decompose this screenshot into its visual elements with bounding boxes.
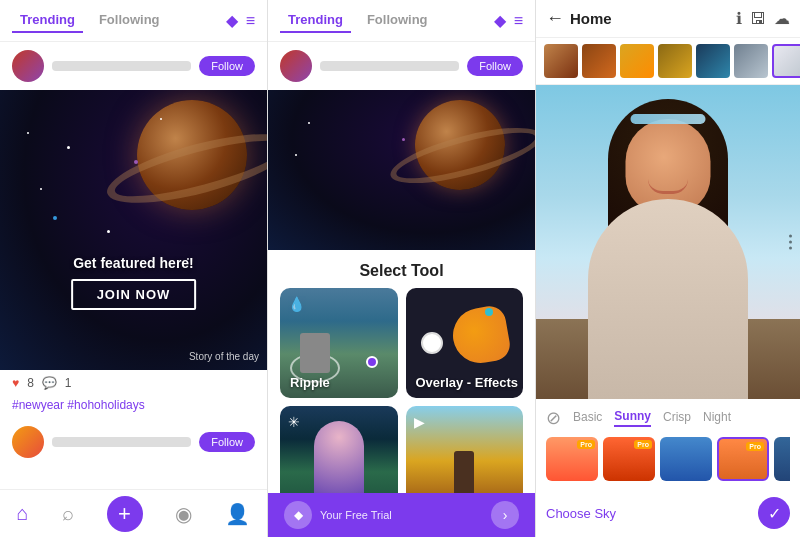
p2-bottom-bar: ◆ Your Free Trial ›: [268, 493, 535, 537]
p2-avatar: [280, 50, 312, 82]
panel2-header-icons: ◆ ≡: [494, 11, 523, 30]
drag-dot: [789, 235, 792, 238]
shoulders: [588, 199, 748, 399]
p3-title: Home: [570, 10, 730, 27]
save-icon[interactable]: 🖫: [750, 10, 766, 28]
reactions-row: ♥ 8 💬 1: [0, 370, 267, 396]
thumb-1[interactable]: [544, 44, 578, 78]
filter-tab-basic[interactable]: Basic: [573, 410, 602, 426]
back-button[interactable]: ←: [546, 8, 564, 29]
bottom-nav: ⌂ ⌕ + ◉ 👤: [0, 489, 267, 537]
hero-image: Get featured here! JOIN NOW Story of the…: [0, 90, 267, 370]
filter-thumb-4-selected[interactable]: Pro: [717, 437, 769, 481]
backdrop-person: [454, 451, 474, 496]
thumb-2[interactable]: [582, 44, 616, 78]
p2-follow-button[interactable]: Follow: [467, 56, 523, 76]
thumb-6[interactable]: [734, 44, 768, 78]
star: [160, 118, 162, 120]
star: [67, 146, 70, 149]
p2-promo-text: Your Free Trial: [320, 509, 483, 521]
diamond-icon-mid[interactable]: ◆: [494, 11, 506, 30]
nav-profile-icon[interactable]: 👤: [225, 502, 250, 526]
filter-thumb-2[interactable]: Pro: [603, 437, 655, 481]
star: [40, 188, 42, 190]
tool-overlay[interactable]: Overlay - Effects: [406, 288, 524, 398]
videofx-cursor-icon: ✳: [288, 414, 300, 430]
diamond-icon[interactable]: ◆: [226, 11, 238, 30]
thumb-7-selected[interactable]: [772, 44, 800, 78]
ripple-dot: [366, 356, 378, 368]
ripple-person: [300, 333, 330, 373]
no-filter-icon[interactable]: ⊘: [546, 407, 561, 429]
tool-overlay-label: Overlay - Effects: [416, 375, 519, 390]
backdrop-play-icon: ▶: [414, 414, 425, 430]
filter-tabs: ⊘ Basic Sunny Crisp Night: [546, 407, 790, 429]
overlay-circle: [421, 332, 443, 354]
p1-user-row: Follow: [0, 42, 267, 90]
tab-trending-mid[interactable]: Trending: [280, 8, 351, 33]
drag-dot: [789, 247, 792, 250]
fish-graphic: [449, 304, 513, 368]
dancer-graphic: [314, 421, 364, 501]
thumb-3[interactable]: [620, 44, 654, 78]
tab-following-left[interactable]: Following: [91, 8, 168, 33]
follow-button2[interactable]: Follow: [199, 432, 255, 452]
nav-search-icon[interactable]: ⌕: [62, 502, 74, 525]
pro-badge: Pro: [746, 442, 764, 451]
avatar: [12, 50, 44, 82]
p2-username: [320, 61, 459, 71]
username-label2: [52, 437, 191, 447]
p3-header: ← Home ℹ 🖫 ☁: [536, 0, 800, 38]
p3-choose-sky-bar: Choose Sky ✓: [536, 489, 800, 537]
heart-icon: ♥: [12, 376, 19, 390]
star: [107, 230, 110, 233]
filter-tab-crisp[interactable]: Crisp: [663, 410, 691, 426]
thumb-4[interactable]: [658, 44, 692, 78]
drag-handle[interactable]: [789, 235, 792, 250]
filter-tab-sunny[interactable]: Sunny: [614, 409, 651, 427]
tab-following-mid[interactable]: Following: [359, 8, 436, 33]
username-label: [52, 61, 191, 71]
ripple-icon: 💧: [288, 296, 305, 312]
woman-figure: [568, 99, 768, 399]
nav-trophy-icon[interactable]: ◉: [175, 502, 192, 526]
tool-ripple[interactable]: 💧 Ripple: [280, 288, 398, 398]
confirm-button[interactable]: ✓: [758, 497, 790, 529]
drag-dot: [789, 241, 792, 244]
panel2-header: Trending Following ◆ ≡: [268, 0, 535, 42]
p2-logo-icon: ◆: [284, 501, 312, 529]
p1-user-row2: Follow: [0, 418, 267, 466]
p2-arrow-button[interactable]: ›: [491, 501, 519, 529]
p2-user-row: Follow: [268, 42, 535, 90]
filter-thumb-3[interactable]: [660, 437, 712, 481]
cloud-icon[interactable]: ☁: [774, 9, 790, 28]
story-badge: Story of the day: [189, 351, 259, 362]
tools-grid: 💧 Ripple Overlay - Effects ✳ Video FX: [268, 288, 535, 516]
select-tool-title: Select Tool: [268, 250, 535, 288]
menu-icon[interactable]: ≡: [246, 12, 255, 30]
pro-badge: Pro: [577, 440, 595, 449]
get-featured-label: Get featured here!: [71, 255, 197, 271]
filter-thumb-1[interactable]: Pro: [546, 437, 598, 481]
info-icon[interactable]: ℹ: [736, 9, 742, 28]
avatar2: [12, 426, 44, 458]
nav-home-icon[interactable]: ⌂: [16, 502, 28, 525]
star2: [308, 122, 310, 124]
menu-icon-mid[interactable]: ≡: [514, 12, 523, 30]
panel-editor: ← Home ℹ 🖫 ☁: [536, 0, 800, 537]
p3-filter-section: ⊘ Basic Sunny Crisp Night Pro Pro Pro Pr…: [536, 399, 800, 489]
filter-tab-night[interactable]: Night: [703, 410, 731, 426]
nav-add-button[interactable]: +: [107, 496, 143, 532]
comment-count: 1: [65, 376, 72, 390]
follow-button[interactable]: Follow: [199, 56, 255, 76]
hashtags-label: #newyear #hohoholidays: [0, 396, 267, 414]
star-purple: [134, 160, 138, 164]
sunglasses: [631, 114, 706, 124]
choose-sky-button[interactable]: Choose Sky: [546, 506, 616, 521]
thumb-5[interactable]: [696, 44, 730, 78]
p3-header-icons: ℹ 🖫 ☁: [736, 9, 790, 28]
pro-badge: Pro: [634, 440, 652, 449]
join-now-button[interactable]: JOIN NOW: [71, 279, 197, 310]
filter-thumb-5[interactable]: Pro: [774, 437, 790, 481]
tab-trending-left[interactable]: Trending: [12, 8, 83, 33]
